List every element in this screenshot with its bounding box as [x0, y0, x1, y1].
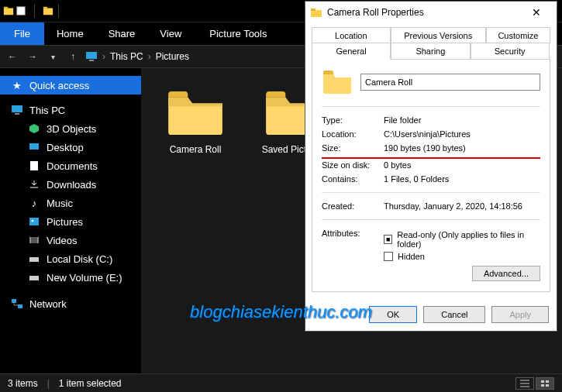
size-value: 190 bytes (190 bytes)	[384, 143, 540, 153]
location-value: C:\Users\ninja\Pictures	[384, 129, 540, 139]
sidebar-quick-access[interactable]: ★ Quick access	[0, 76, 141, 95]
tab-picture-tools[interactable]: Picture Tools	[197, 22, 279, 45]
monitor-icon	[85, 50, 98, 63]
svg-rect-16	[37, 237, 39, 243]
sidebar-item-desktop[interactable]: Desktop	[0, 138, 141, 156]
svg-rect-4	[43, 7, 47, 9]
folder-label: Camera Roll	[170, 144, 222, 155]
videos-icon	[28, 234, 40, 246]
svg-rect-21	[541, 380, 544, 383]
folder-name-input[interactable]	[360, 74, 540, 91]
sidebar-item-music[interactable]: ♪Music	[0, 194, 141, 212]
svg-rect-24	[546, 384, 549, 387]
folder-icon	[310, 6, 322, 19]
tab-home[interactable]: Home	[44, 22, 96, 45]
dialog-titlebar[interactable]: Camera Roll Properties ✕	[305, 2, 557, 22]
svg-rect-26	[311, 9, 315, 11]
view-details-icon[interactable]	[515, 377, 534, 390]
close-button[interactable]: ✕	[521, 2, 552, 22]
tab-sharing[interactable]: Sharing	[391, 43, 470, 60]
document-icon	[28, 160, 40, 172]
nav-back-icon[interactable]: ←	[5, 49, 20, 64]
status-item-count: 3 items	[8, 378, 38, 389]
svg-rect-11	[30, 161, 38, 170]
size-on-disk-value: 0 bytes	[384, 157, 540, 170]
folder-camera-roll[interactable]: Camera Roll	[157, 88, 234, 155]
properties-dialog: Camera Roll Properties ✕ Location Previo…	[305, 1, 557, 332]
tab-file[interactable]: File	[0, 22, 44, 45]
hidden-checkbox[interactable]	[384, 252, 393, 261]
tab-general[interactable]: General	[312, 43, 391, 60]
svg-rect-19	[12, 299, 16, 303]
contains-label: Contains:	[322, 174, 384, 184]
apply-button[interactable]: Apply	[491, 306, 549, 323]
sidebar: ★ Quick access This PC 3D Objects Deskto…	[0, 68, 141, 373]
drive-icon	[28, 253, 40, 265]
cancel-button[interactable]: Cancel	[423, 306, 485, 323]
monitor-icon	[11, 104, 23, 116]
dialog-title: Camera Roll Properties	[327, 7, 521, 18]
created-value: Thursday, January 2, 2020, 14:18:56	[384, 201, 540, 211]
advanced-button[interactable]: Advanced...	[472, 266, 540, 281]
tab-view[interactable]: View	[147, 22, 194, 45]
svg-rect-23	[541, 384, 544, 387]
svg-rect-0	[4, 9, 13, 15]
pictures-icon	[28, 215, 40, 228]
nav-forward-icon[interactable]: →	[25, 49, 40, 64]
svg-rect-2	[17, 7, 26, 15]
svg-rect-17	[29, 257, 39, 262]
svg-marker-9	[29, 124, 39, 133]
folder-qat-icon[interactable]	[3, 5, 14, 16]
sidebar-item-local-disk-c[interactable]: Local Disk (C:)	[0, 249, 141, 268]
created-label: Created:	[322, 201, 384, 211]
svg-rect-7	[12, 105, 22, 112]
svg-point-13	[32, 220, 34, 222]
ok-button[interactable]: OK	[369, 306, 417, 323]
sidebar-item-pictures[interactable]: Pictures	[0, 212, 141, 231]
tab-body-general: Type:File folder Location:C:\Users\ninja…	[312, 59, 550, 292]
sidebar-network[interactable]: Network	[0, 294, 141, 313]
tab-previous-versions[interactable]: Previous Versions	[391, 27, 486, 43]
sidebar-item-videos[interactable]: Videos	[0, 231, 141, 249]
music-icon: ♪	[28, 197, 40, 209]
tab-share[interactable]: Share	[96, 22, 148, 45]
nav-history-icon[interactable]: ▾	[45, 49, 60, 64]
svg-rect-3	[43, 9, 53, 15]
sidebar-item-new-volume-e[interactable]: New Volume (E:)	[0, 268, 141, 287]
tab-security[interactable]: Security	[471, 43, 550, 60]
download-icon	[28, 178, 40, 191]
nav-up-icon[interactable]: ↑	[65, 49, 81, 64]
readonly-checkbox[interactable]: ■	[384, 235, 392, 244]
network-icon	[11, 297, 23, 310]
type-value: File folder	[384, 115, 540, 125]
properties-qat-icon[interactable]	[16, 5, 26, 16]
svg-rect-15	[29, 237, 31, 243]
folder-icon	[322, 69, 353, 95]
svg-rect-25	[311, 10, 322, 17]
sidebar-item-downloads[interactable]: Downloads	[0, 175, 141, 194]
star-icon: ★	[11, 79, 23, 91]
svg-rect-8	[15, 113, 19, 115]
tab-location[interactable]: Location	[312, 27, 391, 43]
status-selected: 1 item selected	[59, 378, 122, 389]
svg-rect-5	[86, 52, 97, 59]
attributes-label: Attributes:	[322, 229, 384, 281]
properties-tabs: Location Previous Versions Customize Gen…	[305, 22, 557, 59]
sidebar-this-pc[interactable]: This PC	[0, 101, 141, 119]
size-on-disk-label: Size on disk:	[322, 157, 384, 170]
hidden-label: Hidden	[398, 252, 425, 261]
svg-rect-1	[4, 7, 8, 9]
svg-rect-12	[29, 218, 39, 225]
sidebar-item-documents[interactable]: Documents	[0, 156, 141, 175]
cube-icon	[28, 122, 40, 135]
readonly-label: Read-only (Only applies to files in fold…	[397, 230, 540, 249]
contains-value: 1 Files, 0 Folders	[384, 174, 540, 184]
view-large-icons-icon[interactable]	[536, 377, 554, 390]
folder-icon	[165, 88, 226, 136]
tab-customize[interactable]: Customize	[486, 27, 550, 43]
sidebar-item-3d-objects[interactable]: 3D Objects	[0, 119, 141, 138]
location-label: Location:	[322, 129, 384, 139]
status-bar: 3 items | 1 item selected	[0, 373, 562, 392]
breadcrumb-this-pc[interactable]: This PC	[110, 51, 143, 62]
breadcrumb-pictures[interactable]: Pictures	[156, 51, 189, 62]
